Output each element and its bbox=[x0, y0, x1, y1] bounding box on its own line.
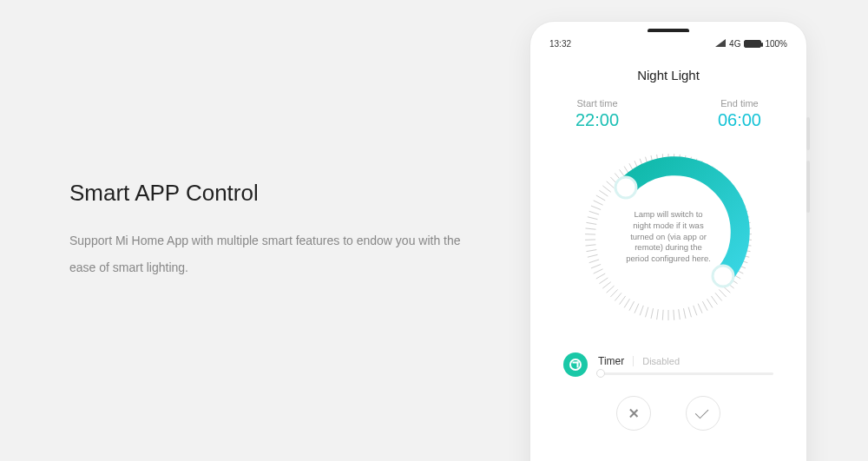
timer-texts: Timer Disabled bbox=[598, 355, 773, 375]
time-range: Start time 22:00 End time 06:00 bbox=[539, 82, 798, 137]
phone-side-button bbox=[806, 161, 810, 213]
check-icon bbox=[695, 405, 709, 419]
end-time-label: End time bbox=[718, 98, 761, 109]
screen-title: Night Light bbox=[539, 68, 798, 82]
timer-status: Disabled bbox=[633, 356, 680, 366]
promo-stage: Smart APP Control Support Mi Home App wi… bbox=[0, 0, 868, 461]
start-time-block[interactable]: Start time 22:00 bbox=[575, 98, 619, 130]
start-time-label: Start time bbox=[575, 98, 619, 109]
timer-icon bbox=[563, 352, 588, 377]
status-bar: 13:32 4G 100% bbox=[539, 32, 798, 49]
phone-frame: 13:32 4G 100% Night Light Start time bbox=[529, 21, 807, 461]
phone-side-button bbox=[806, 117, 810, 150]
start-time-value: 22:00 bbox=[575, 110, 619, 130]
confirm-button[interactable] bbox=[686, 396, 720, 431]
phone-mockup: 13:32 4G 100% Night Light Start time bbox=[503, 0, 868, 461]
cancel-button[interactable] bbox=[616, 396, 651, 431]
phone-screen: 13:32 4G 100% Night Light Start time bbox=[539, 32, 798, 461]
end-time-value: 06:00 bbox=[718, 110, 761, 130]
timer-label: Timer bbox=[598, 355, 624, 367]
timer-slider[interactable] bbox=[598, 372, 773, 375]
description: Support Mi Home App with multiple smart … bbox=[69, 227, 469, 281]
close-icon bbox=[628, 408, 639, 418]
battery-icon bbox=[744, 40, 761, 48]
action-row bbox=[539, 396, 798, 431]
signal-icon bbox=[715, 39, 726, 49]
end-time-block[interactable]: End time 06:00 bbox=[718, 98, 761, 130]
network-label: 4G bbox=[729, 39, 740, 49]
copy-block: Smart APP Control Support Mi Home App wi… bbox=[0, 180, 503, 281]
battery-label: 100% bbox=[765, 39, 787, 49]
headline: Smart APP Control bbox=[69, 180, 469, 207]
time-dial[interactable]: Lamp will switch to night mode if it was… bbox=[577, 146, 760, 328]
timer-row[interactable]: Timer Disabled bbox=[539, 352, 798, 377]
status-time: 13:32 bbox=[549, 39, 571, 49]
slider-knob[interactable] bbox=[596, 369, 605, 378]
dial-center-text: Lamp will switch to night mode if it was… bbox=[577, 146, 760, 328]
